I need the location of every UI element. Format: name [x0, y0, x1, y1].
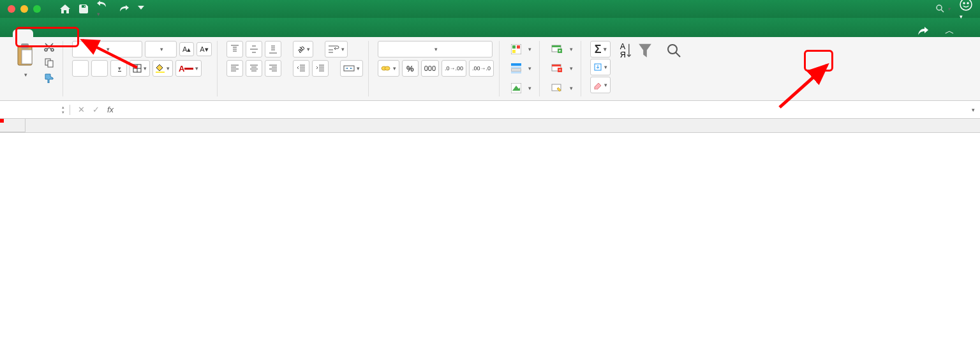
percent-icon[interactable]: % — [402, 60, 419, 77]
tab-home[interactable] — [13, 29, 33, 37]
tab-formulas[interactable] — [74, 29, 94, 37]
svg-rect-25 — [552, 45, 561, 47]
increase-font-icon[interactable]: A▴ — [179, 42, 194, 56]
svg-point-2 — [963, 3, 965, 4]
align-bottom-icon[interactable] — [265, 41, 281, 57]
svg-rect-17 — [517, 45, 520, 49]
save-icon[interactable] — [79, 4, 88, 13]
customize-icon[interactable] — [138, 6, 144, 12]
autosum-button[interactable]: Σ — [590, 41, 611, 57]
format-cells-button[interactable] — [549, 82, 575, 94]
svg-point-14 — [385, 66, 390, 70]
window-controls — [8, 5, 41, 13]
svg-point-0 — [937, 5, 942, 10]
svg-rect-18 — [512, 50, 516, 53]
svg-rect-8 — [48, 61, 53, 67]
align-top-icon[interactable] — [226, 41, 243, 57]
font-color-button[interactable]: A — [175, 60, 202, 77]
wrap-text-icon[interactable] — [325, 41, 348, 57]
ribbon: ▾ A▴ A▾ A — [0, 37, 980, 101]
bold-button[interactable] — [72, 60, 89, 77]
paste-button[interactable]: ▾ — [13, 41, 38, 84]
decrease-decimal-icon[interactable]: .00→.0 — [469, 60, 494, 77]
svg-rect-5 — [21, 43, 29, 49]
group-alignment: ab — [221, 41, 369, 96]
svg-point-34 — [668, 45, 677, 54]
format-painter-icon[interactable] — [41, 72, 57, 84]
copy-icon[interactable] — [41, 56, 57, 69]
align-left-icon[interactable] — [226, 60, 243, 77]
expand-formula-bar-icon[interactable]: ▾ — [972, 107, 975, 113]
svg-text:ab: ab — [296, 45, 305, 54]
tab-insert[interactable] — [33, 29, 54, 37]
group-font: A▴ A▾ A — [67, 41, 218, 96]
svg-rect-20 — [511, 66, 521, 68]
quick-access: ▾ — [60, 1, 144, 18]
svg-rect-10 — [156, 72, 165, 73]
font-size-select[interactable] — [145, 41, 177, 57]
name-box[interactable]: ▴▾ — [0, 105, 70, 115]
tab-data[interactable] — [94, 29, 115, 37]
svg-rect-19 — [511, 63, 521, 66]
group-number: % 000 .0→.00 .00→.0 — [373, 41, 500, 96]
svg-text:Я: Я — [620, 50, 626, 59]
decrease-indent-icon[interactable] — [293, 60, 309, 77]
align-center-icon[interactable] — [246, 60, 262, 77]
tab-page-layout[interactable] — [54, 29, 74, 37]
ribbon-tabs: ︿ — [0, 18, 980, 37]
group-clipboard: ▾ — [8, 41, 63, 96]
insert-cells-button[interactable] — [549, 43, 575, 55]
home-icon[interactable] — [60, 4, 70, 13]
format-as-table-button[interactable] — [509, 62, 534, 75]
minimize-window[interactable] — [20, 5, 28, 13]
italic-button[interactable] — [91, 60, 108, 77]
decrease-font-icon[interactable]: A▾ — [197, 42, 211, 56]
svg-point-1 — [960, 0, 972, 10]
close-window[interactable] — [8, 5, 15, 13]
border-button[interactable] — [130, 60, 150, 77]
svg-rect-12 — [344, 66, 354, 71]
select-all-corner[interactable] — [0, 119, 26, 132]
tab-review[interactable] — [115, 29, 135, 37]
worksheet — [0, 119, 980, 133]
svg-rect-6 — [22, 50, 32, 64]
currency-icon[interactable] — [378, 60, 399, 77]
fill-color-button[interactable] — [152, 60, 173, 77]
underline-button[interactable] — [110, 60, 127, 77]
fx-icon[interactable]: fx — [107, 105, 114, 114]
increase-decimal-icon[interactable]: .0→.00 — [442, 60, 466, 77]
cell-styles-button[interactable] — [509, 82, 534, 95]
align-right-icon[interactable] — [265, 60, 281, 77]
comma-icon[interactable]: 000 — [421, 60, 439, 77]
conditional-formatting-button[interactable] — [509, 43, 534, 56]
undo-icon[interactable]: ▾ — [97, 1, 108, 18]
delete-cells-button[interactable] — [549, 63, 575, 74]
find-select-button[interactable] — [662, 41, 687, 93]
group-styles — [503, 41, 540, 96]
sort-filter-button[interactable]: АЯ — [614, 41, 658, 93]
maximize-window[interactable] — [33, 5, 41, 13]
redo-icon[interactable] — [117, 5, 129, 13]
share-button[interactable]: ︿ — [905, 25, 967, 37]
group-editing: Σ АЯ — [585, 41, 692, 96]
svg-rect-28 — [552, 65, 561, 66]
tab-view[interactable] — [135, 29, 156, 37]
titlebar: ▾ ▾ ▾ — [0, 0, 980, 18]
search-input[interactable]: ▾ — [936, 4, 953, 13]
enter-formula-icon[interactable]: ✓ — [93, 105, 100, 114]
orientation-icon[interactable]: ab — [293, 41, 313, 57]
increase-indent-icon[interactable] — [312, 60, 329, 77]
formula-bar: ▴▾ ✕ ✓ fx ▾ — [0, 101, 980, 119]
svg-rect-16 — [512, 45, 516, 49]
fill-button[interactable] — [590, 59, 611, 75]
merge-cells-icon[interactable] — [340, 60, 363, 77]
clear-button[interactable] — [590, 77, 611, 93]
account-icon[interactable]: ▾ — [960, 0, 972, 20]
cut-icon[interactable] — [41, 41, 57, 54]
svg-rect-22 — [511, 72, 521, 73]
font-family-select[interactable] — [72, 41, 142, 57]
cancel-formula-icon[interactable]: ✕ — [78, 105, 85, 114]
number-format-select[interactable] — [378, 41, 493, 57]
svg-point-3 — [967, 3, 969, 4]
align-middle-icon[interactable] — [246, 41, 262, 57]
